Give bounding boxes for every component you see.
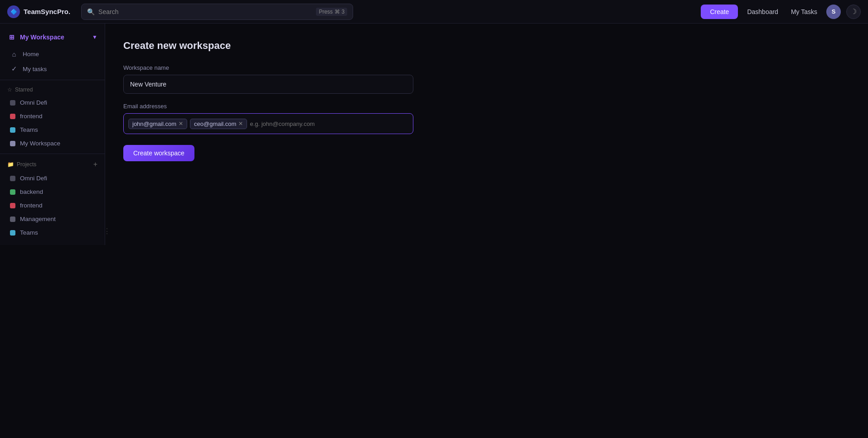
sidebar-workspace[interactable]: ⊞ My Workspace ▼ — [0, 29, 105, 45]
create-workspace-form: Workspace name Email addresses john@gmai… — [123, 64, 413, 161]
email-tag-remove[interactable]: ✕ — [179, 121, 183, 126]
sidebar-item-label: Teams — [20, 229, 38, 236]
sidebar-item-label: Teams — [20, 126, 38, 133]
dashboard-link[interactable]: Dashboard — [743, 8, 782, 15]
app-name: TeamSyncPro. — [24, 8, 70, 15]
search-bar[interactable]: 🔍 Search Press ⌘ 3 — [81, 4, 353, 20]
search-shortcut: Press ⌘ 3 — [316, 8, 347, 16]
color-dot — [10, 217, 15, 222]
sidebar-item-label: Omni Defi — [20, 99, 47, 106]
tasks-icon: ✓ — [10, 65, 18, 73]
create-button[interactable]: Create — [701, 5, 738, 19]
main-content: Create new workspace Workspace name Emai… — [105, 24, 868, 438]
sidebar-item-label: frontend — [20, 202, 43, 209]
sidebar-item-home[interactable]: ⌂ Home — [3, 47, 102, 61]
email-tag-text: john@gmail.com — [132, 120, 176, 127]
color-dot — [10, 127, 15, 133]
color-dot — [10, 100, 15, 106]
projects-section[interactable]: 📁Projects + — [0, 158, 105, 171]
page-title: Create new workspace — [123, 40, 850, 52]
color-dot — [10, 114, 15, 119]
email-tag-remove[interactable]: ✕ — [238, 121, 243, 126]
search-icon: 🔍 — [87, 8, 95, 15]
email-tag: ceo@gmail.com ✕ — [190, 119, 247, 129]
my-tasks-link[interactable]: My Tasks — [787, 8, 821, 15]
sidebar: ⊞ My Workspace ▼ ⌂ Home ✓ My tasks ☆Star… — [0, 24, 105, 245]
avatar[interactable]: S — [826, 5, 841, 19]
email-tag: john@gmail.com ✕ — [128, 119, 187, 129]
sidebar-item-my-tasks[interactable]: ✓ My tasks — [3, 62, 102, 76]
sidebar-item-starred-omni-defi[interactable]: Omni Defi — [3, 96, 102, 109]
app-logo: 🔷 TeamSyncPro. — [7, 5, 70, 18]
press-label: Press — [319, 9, 333, 15]
workspace-name-label: Workspace name — [123, 64, 413, 71]
sidebar-item-project-backend[interactable]: backend — [3, 185, 102, 198]
home-icon: ⌂ — [10, 50, 18, 58]
sidebar-item-project-omni-defi[interactable]: Omni Defi — [3, 172, 102, 185]
sidebar-item-starred-my-workspace[interactable]: My Workspace — [3, 137, 102, 150]
shortcut-key: ⌘ 3 — [335, 9, 344, 15]
email-label: Email addresses — [123, 103, 413, 110]
logo-icon: 🔷 — [7, 5, 20, 18]
color-dot — [10, 230, 15, 236]
sidebar-item-project-management[interactable]: Management — [3, 212, 102, 226]
sidebar-item-starred-teams[interactable]: Teams — [3, 123, 102, 136]
sidebar-item-label: Management — [20, 216, 56, 222]
sidebar-item-project-teams[interactable]: Teams — [3, 226, 102, 239]
workspace-icon: ⊞ — [7, 33, 16, 42]
my-tasks-label: My tasks — [23, 66, 47, 72]
color-dot — [10, 176, 15, 181]
chevron-down-icon: ▼ — [92, 34, 97, 40]
sidebar-item-label: frontend — [20, 113, 43, 120]
workspace-name: My Workspace — [20, 34, 64, 41]
color-dot — [10, 203, 15, 208]
sidebar-item-project-frontend[interactable]: frontend — [3, 199, 102, 212]
workspace-name-input[interactable] — [123, 75, 413, 94]
topnav: 🔷 TeamSyncPro. 🔍 Search Press ⌘ 3 Create… — [0, 0, 868, 24]
search-label: Search — [98, 8, 312, 15]
add-project-icon[interactable]: + — [93, 160, 97, 168]
theme-toggle[interactable]: ☽ — [846, 5, 861, 19]
sidebar-resize-handle[interactable]: ⋮ — [103, 226, 111, 235]
sidebar-item-label: Omni Defi — [20, 175, 47, 182]
starred-section[interactable]: ☆Starred — [0, 84, 105, 96]
projects-label: 📁Projects — [7, 161, 36, 168]
starred-label: ☆Starred — [7, 87, 33, 93]
email-input-container[interactable]: john@gmail.com ✕ ceo@gmail.com ✕ — [123, 113, 413, 134]
sidebar-item-starred-frontend[interactable]: frontend — [3, 110, 102, 123]
color-dot — [10, 189, 15, 195]
color-dot — [10, 141, 15, 146]
email-text-input[interactable] — [250, 120, 408, 127]
email-tag-text: ceo@gmail.com — [194, 120, 236, 127]
sidebar-item-label: My Workspace — [20, 140, 60, 147]
home-label: Home — [23, 51, 39, 58]
create-workspace-button[interactable]: Create workspace — [123, 145, 194, 161]
sidebar-item-label: backend — [20, 188, 43, 195]
